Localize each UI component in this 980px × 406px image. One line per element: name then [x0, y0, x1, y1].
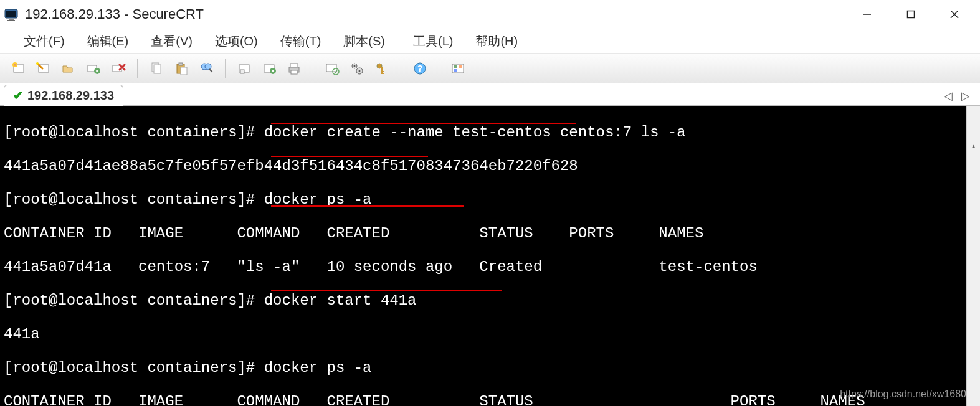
maximize-button[interactable] — [889, 2, 933, 27]
menu-edit[interactable]: 编辑(E) — [76, 33, 140, 50]
key-icon[interactable] — [372, 59, 392, 78]
menu-view[interactable]: 查看(V) — [140, 33, 204, 50]
terminal-scrollbar[interactable]: ▴ — [966, 106, 980, 406]
window-title: 192.168.29.133 - SecureCRT — [25, 6, 204, 22]
menu-separator — [399, 34, 399, 49]
menu-help[interactable]: 帮助(H) — [464, 33, 529, 50]
svg-rect-43 — [454, 65, 457, 68]
toolbar-separator — [401, 59, 401, 78]
svg-rect-39 — [382, 73, 384, 74]
svg-point-21 — [205, 64, 211, 70]
svg-rect-45 — [454, 69, 457, 72]
svg-rect-44 — [459, 65, 462, 68]
svg-rect-24 — [240, 70, 244, 73]
terminal-line: 441a — [4, 326, 976, 342]
properties-icon[interactable] — [322, 59, 342, 78]
svg-point-35 — [359, 70, 361, 72]
print-icon[interactable] — [284, 59, 304, 78]
menu-options[interactable]: 选项(O) — [204, 33, 269, 50]
reconnect-icon[interactable] — [83, 59, 103, 78]
annotation-underline — [271, 290, 502, 291]
minimize-button[interactable] — [845, 2, 889, 27]
svg-rect-1 — [6, 11, 16, 17]
terminal-line: [root@localhost containers]# docker ps -… — [4, 191, 976, 208]
menu-script[interactable]: 脚本(S) — [332, 33, 396, 50]
paste-icon[interactable] — [171, 59, 191, 78]
svg-rect-19 — [181, 67, 187, 75]
terminal[interactable]: [root@localhost containers]# docker crea… — [0, 106, 980, 406]
session-manager-icon[interactable] — [59, 59, 78, 78]
svg-text:?: ? — [417, 64, 423, 73]
toolbar-separator — [439, 59, 439, 78]
toolbar-separator — [313, 59, 313, 78]
quick-connect-icon[interactable] — [34, 59, 54, 78]
session-tab[interactable]: ✔ 192.168.29.133 — [4, 85, 123, 106]
terminal-line: 441a5a07d41a centos:7 "ls -a" 10 seconds… — [4, 258, 976, 275]
tab-strip: ✔ 192.168.29.133 ◁ ▷ — [0, 83, 980, 106]
scroll-up-icon[interactable]: ▴ — [967, 139, 980, 153]
svg-point-34 — [354, 65, 356, 67]
svg-rect-2 — [9, 19, 14, 20]
tab-nav-right[interactable]: ▷ — [961, 89, 970, 103]
svg-rect-29 — [291, 70, 297, 74]
app-icon — [4, 7, 19, 22]
print-setup-icon[interactable] — [234, 59, 254, 78]
copy-icon[interactable] — [146, 59, 166, 78]
check-icon: ✔ — [13, 88, 24, 103]
disconnect-icon[interactable] — [108, 59, 128, 78]
view-toggle-icon[interactable] — [448, 59, 468, 78]
titlebar: 192.168.29.133 - SecureCRT — [0, 0, 980, 29]
svg-rect-3 — [7, 20, 15, 21]
tab-nav-left[interactable]: ◁ — [944, 89, 953, 103]
annotation-underline — [271, 156, 428, 157]
menubar: 文件(F) 编辑(E) 查看(V) 选项(O) 传输(T) 脚本(S) 工具(L… — [0, 29, 980, 54]
terminal-line: CONTAINER ID IMAGE COMMAND CREATED STATU… — [4, 393, 976, 406]
toolbar-separator — [225, 59, 226, 78]
help-icon[interactable]: ? — [410, 59, 430, 78]
global-options-icon[interactable] — [347, 59, 367, 78]
svg-rect-18 — [179, 63, 183, 65]
terminal-line: CONTAINER ID IMAGE COMMAND CREATED STATU… — [4, 225, 976, 242]
terminal-line: 441a5a07d41ae88a5c7fe05f57efb44d3f516434… — [4, 158, 976, 174]
menu-tools[interactable]: 工具(L) — [402, 33, 464, 50]
toolbar: ? — [0, 54, 980, 83]
terminal-line: [root@localhost containers]# docker star… — [4, 292, 976, 309]
svg-line-22 — [209, 69, 212, 72]
terminal-line: [root@localhost containers]# docker ps -… — [4, 359, 976, 376]
svg-point-11 — [36, 62, 39, 65]
print-preview-icon[interactable] — [259, 59, 279, 78]
terminal-line: [root@localhost containers]# docker crea… — [4, 124, 976, 141]
svg-rect-38 — [382, 71, 384, 72]
menu-transfer[interactable]: 传输(T) — [269, 33, 333, 50]
svg-rect-30 — [326, 64, 336, 72]
menu-file[interactable]: 文件(F) — [12, 33, 76, 50]
svg-rect-5 — [908, 11, 915, 18]
toolbar-separator — [137, 59, 138, 78]
find-icon[interactable] — [196, 59, 216, 78]
tab-nav: ◁ ▷ — [944, 89, 976, 105]
close-button[interactable] — [933, 2, 976, 27]
window-controls — [845, 2, 976, 27]
new-session-icon[interactable] — [9, 59, 29, 78]
svg-rect-27 — [290, 64, 298, 67]
svg-rect-16 — [154, 65, 161, 73]
session-tab-label: 192.168.29.133 — [27, 88, 114, 103]
